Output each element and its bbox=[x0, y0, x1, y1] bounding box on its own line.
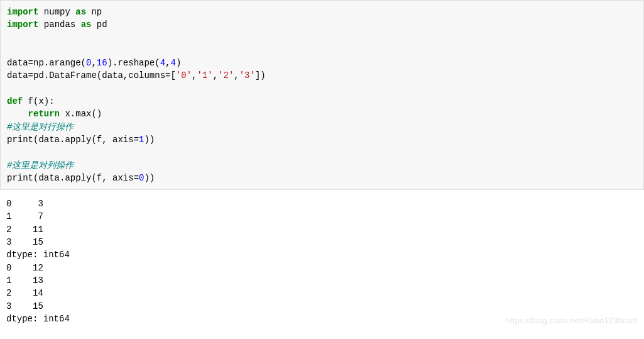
number: 4 bbox=[170, 58, 175, 68]
code-text: ]) bbox=[255, 70, 266, 81]
code-text: numpy bbox=[38, 7, 75, 17]
output-block: 0 3 1 7 2 11 3 15 dtype: int64 0 12 1 13… bbox=[0, 195, 644, 331]
code-text: x.max() bbox=[60, 109, 102, 119]
code-text: print(data.apply(f, axis= bbox=[7, 173, 139, 183]
indent bbox=[7, 109, 28, 119]
string: '0' bbox=[176, 70, 192, 81]
comment: #这里是对行操作 bbox=[7, 122, 74, 132]
keyword: as bbox=[81, 19, 92, 30]
number: 16 bbox=[97, 58, 107, 68]
string: '3' bbox=[239, 70, 255, 81]
code-text: data=pd.DataFrame(data,columns=[ bbox=[7, 70, 176, 81]
code-text: np bbox=[86, 7, 102, 17]
keyword: return bbox=[28, 109, 60, 119]
number: 4 bbox=[160, 58, 165, 68]
code-text: ) bbox=[176, 58, 181, 68]
string: '2' bbox=[218, 70, 234, 81]
code-text: f(x): bbox=[23, 96, 54, 106]
code-text: pandas bbox=[38, 19, 80, 30]
keyword: as bbox=[75, 7, 86, 17]
code-text: , bbox=[91, 58, 96, 68]
code-text: data=np.arange( bbox=[7, 58, 86, 68]
code-text: ).reshape( bbox=[107, 58, 160, 68]
code-text: pd bbox=[91, 19, 107, 30]
keyword: import bbox=[7, 7, 38, 17]
code-text: )) bbox=[144, 173, 155, 183]
keyword: def bbox=[7, 96, 23, 106]
code-text: )) bbox=[144, 135, 155, 145]
code-text: , bbox=[234, 70, 239, 81]
string: '1' bbox=[197, 70, 212, 81]
code-text: print(data.apply(f, axis= bbox=[7, 135, 139, 145]
code-text: , bbox=[213, 70, 218, 81]
code-block: import numpy as np import pandas as pd d… bbox=[0, 0, 644, 190]
comment: #这里是对列操作 bbox=[7, 160, 74, 170]
keyword: import bbox=[7, 19, 38, 30]
